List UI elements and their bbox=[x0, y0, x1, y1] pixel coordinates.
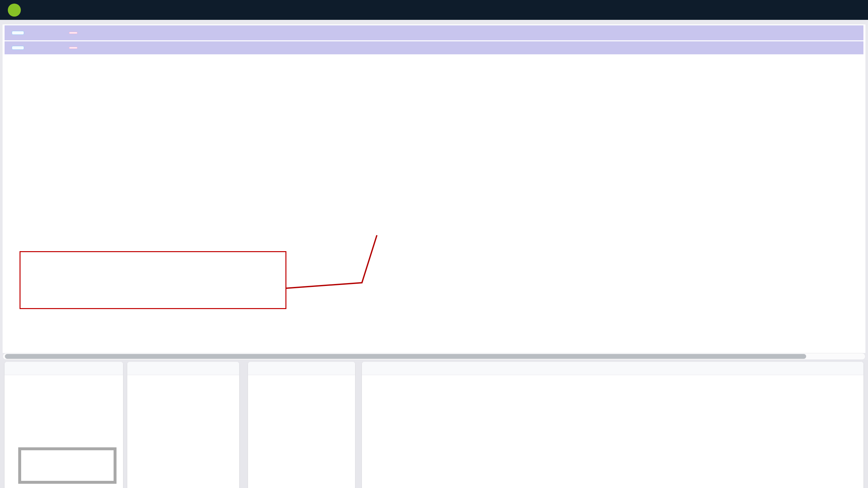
matrix-a-frozen-badge bbox=[69, 32, 78, 34]
panel-title bbox=[5, 362, 123, 375]
home-icon[interactable] bbox=[847, 29, 856, 37]
globe-icon bbox=[827, 7, 834, 13]
panel-title bbox=[248, 362, 355, 375]
panel-title bbox=[127, 362, 239, 375]
language-switcher[interactable] bbox=[827, 7, 836, 13]
matrix-b-row bbox=[5, 41, 863, 54]
panel-einzelheiten bbox=[248, 362, 355, 488]
panel-historie bbox=[362, 362, 863, 488]
matrix-b-button[interactable] bbox=[12, 46, 24, 50]
horizontal-scrollbar[interactable] bbox=[3, 353, 865, 360]
user-icon bbox=[849, 7, 856, 13]
empty-state bbox=[248, 375, 355, 438]
matrizen-vergleichen-button[interactable] bbox=[18, 447, 117, 484]
question-icon bbox=[805, 7, 811, 13]
eye-icon[interactable] bbox=[834, 29, 842, 37]
panel-title bbox=[362, 362, 863, 375]
nav-right bbox=[792, 7, 868, 13]
tutorial-link[interactable] bbox=[805, 7, 814, 13]
user-menu[interactable] bbox=[849, 7, 859, 13]
matrix-b-frozen-badge bbox=[69, 47, 78, 49]
app bbox=[0, 0, 868, 488]
logo-icon bbox=[8, 4, 21, 17]
comparison-grid bbox=[5, 55, 865, 243]
home-icon[interactable] bbox=[847, 43, 856, 52]
legend-box bbox=[20, 251, 286, 309]
panel-alarmgeber bbox=[127, 362, 239, 488]
matrix-a-button[interactable] bbox=[12, 31, 24, 35]
scrollbar-thumb[interactable] bbox=[5, 354, 806, 359]
brand[interactable] bbox=[0, 4, 26, 17]
empty-state bbox=[362, 375, 863, 438]
top-nav bbox=[0, 0, 868, 20]
matrix-a-row bbox=[5, 25, 863, 40]
